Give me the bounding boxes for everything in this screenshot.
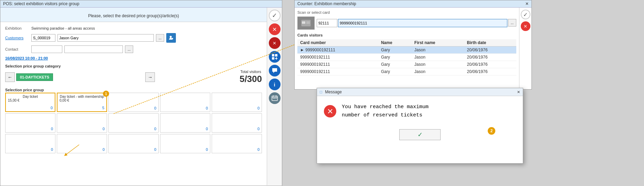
price-cell-9[interactable]: 0 (212, 113, 262, 133)
price-cell-1[interactable]: 1 Day ticket - with membership 0,00 € 5 (57, 93, 107, 112)
pos-title-text: POS: select exhibition visitors price gr… (3, 1, 79, 6)
pos-sidebar: ✓ ✕ ✕ i (267, 8, 282, 185)
cell-title-1: Day ticket - with membership (60, 95, 104, 99)
cell-first-2: Jason (412, 61, 464, 68)
cell-price-0: 15,00 € (8, 99, 53, 102)
dialog-message-text: You have reached the maximum number of r… (342, 103, 429, 120)
badge-1: 1 (103, 91, 109, 97)
card-icon (301, 19, 311, 27)
price-cell-6[interactable]: 0 (57, 113, 107, 133)
cards-table-row-0[interactable]: ► 9999000192111 Gary Jason 20/06/1976 (297, 46, 516, 54)
customer-name-input[interactable] (57, 34, 154, 42)
price-cell-8[interactable]: 0 (160, 113, 210, 133)
info-button[interactable]: i (269, 79, 281, 90)
svg-rect-6 (272, 57, 274, 60)
cell-birth-3: 20/06/1976 (464, 68, 516, 75)
svg-rect-17 (302, 21, 305, 24)
price-cell-10[interactable]: 0 (5, 134, 55, 153)
exhibition-value: Swimming paradise - all areas access (31, 26, 95, 30)
svg-point-0 (170, 36, 172, 38)
price-cell-2[interactable]: 0 (108, 93, 159, 112)
col-birth: Birth date (464, 39, 516, 46)
counter-confirm-button[interactable]: ✓ (521, 10, 530, 19)
price-grid: Day ticket 15,00 € 0 1 Day ticket - with… (5, 93, 262, 153)
badge-2: 2 (488, 127, 495, 135)
message-dialog: □ Message ✕ ✕ You have reached the maxim… (317, 88, 523, 164)
col-card: Card number (297, 39, 378, 46)
cell-name-1: Gary (378, 54, 412, 61)
contact-label: Contact (5, 47, 29, 51)
person-add-icon (168, 35, 174, 41)
counter-cancel-button[interactable]: ✕ (521, 21, 530, 31)
svg-rect-4 (272, 54, 274, 56)
counter-sidebar: ✓ ✕ (519, 8, 531, 88)
svg-rect-15 (276, 98, 276, 99)
cell-card-0: ► 9999000192111 (297, 46, 378, 54)
cards-table-row-1[interactable]: 9999000192111 Gary Jason 20/06/1976 (297, 54, 516, 61)
cell-card-3: 9999000192111 (297, 68, 378, 75)
delete-button[interactable]: ✕ (269, 37, 281, 49)
card-image (297, 17, 315, 30)
dialog-content: ✕ You have reached the maximum number of… (317, 96, 523, 126)
price-cell-4[interactable]: 0 (212, 93, 262, 112)
cards-visitors-label: Cards visitors (297, 33, 516, 37)
price-cell-3[interactable]: 0 (160, 93, 210, 112)
pos-window: POS: select exhibition visitors price gr… (0, 0, 282, 186)
calendar-icon (272, 95, 278, 101)
add-person-button[interactable] (166, 33, 176, 43)
cell-price-1: 0,00 € (60, 99, 104, 102)
cell-birth-2: 20/06/1976 (464, 61, 516, 68)
price-cell-0[interactable]: Day ticket 15,00 € 0 (5, 93, 55, 112)
price-cell-14[interactable]: 0 (212, 134, 262, 153)
cancel-button[interactable]: ✕ (269, 23, 281, 35)
cell-birth-1: 20/06/1976 (464, 54, 516, 61)
pos-header: Please, select the desired price group(s… (0, 8, 267, 22)
card-full-input[interactable] (338, 19, 507, 27)
contact-input1[interactable] (31, 45, 62, 53)
contact-dots-button[interactable]: ... (125, 45, 133, 53)
counter-close-icon[interactable]: ✕ (525, 1, 529, 6)
customer-id-input[interactable] (31, 34, 55, 42)
cards-table-row-2[interactable]: 9999000192111 Gary Jason 20/06/1976 (297, 61, 516, 68)
add-group-button[interactable] (269, 51, 281, 63)
price-cell-11[interactable]: 0 (57, 134, 107, 153)
exhibition-label: Exhibition (5, 26, 29, 30)
nav-right-button[interactable]: → (145, 72, 155, 82)
card-short-input[interactable] (317, 19, 337, 27)
total-visitors: Total visitors 5/300 (240, 70, 262, 84)
svg-rect-13 (273, 98, 274, 99)
price-cell-7[interactable]: 0 (108, 113, 159, 133)
cell-name-3: Gary (378, 68, 412, 75)
datetime-badge[interactable]: 16/08/2023 10:00 - 21:00 (5, 56, 48, 60)
customers-label[interactable]: Customers (5, 36, 29, 40)
cards-table-row-3[interactable]: 9999000192111 Gary Jason 20/06/1976 (297, 68, 516, 75)
nav-left-button[interactable]: ← (5, 72, 15, 82)
price-cell-12[interactable]: 0 (108, 134, 159, 153)
category-tab[interactable]: 01-DAYTICKETS (16, 73, 53, 81)
dialog-title-text: Message (325, 90, 342, 94)
pos-header-text: Please, select the desired price group(s… (88, 13, 179, 18)
category-section-title: Selection price group category (5, 64, 262, 68)
customer-dots-button[interactable]: ... (156, 34, 164, 42)
price-cell-5[interactable]: 0 (5, 113, 55, 133)
card-dots-button[interactable]: ... (508, 19, 516, 27)
cell-name-2: Gary (378, 61, 412, 68)
dialog-footer: ✓ 2 (317, 126, 523, 143)
dialog-error-icon: ✕ (324, 105, 336, 117)
svg-rect-14 (274, 98, 275, 99)
total-visitors-value: 5/300 (240, 74, 262, 84)
calendar-button[interactable] (269, 92, 281, 104)
dialog-close-icon[interactable]: ✕ (517, 90, 520, 94)
cell-first-3: Jason (412, 68, 464, 75)
dialog-ok-icon: ✓ (418, 131, 423, 138)
price-cell-13[interactable]: 0 (160, 134, 210, 153)
dialog-ok-button[interactable]: ✓ (399, 129, 441, 140)
cell-first-0: Jason (412, 46, 464, 54)
chat-button[interactable] (269, 65, 281, 76)
chat-icon (272, 68, 278, 74)
dialog-title-bar: □ Message ✕ (317, 88, 523, 96)
cell-count-0: 0 (51, 106, 53, 110)
contact-input2[interactable] (64, 45, 123, 53)
confirm-button[interactable]: ✓ (269, 10, 281, 21)
price-group-nav: ← 01-DAYTICKETS → (5, 72, 155, 82)
